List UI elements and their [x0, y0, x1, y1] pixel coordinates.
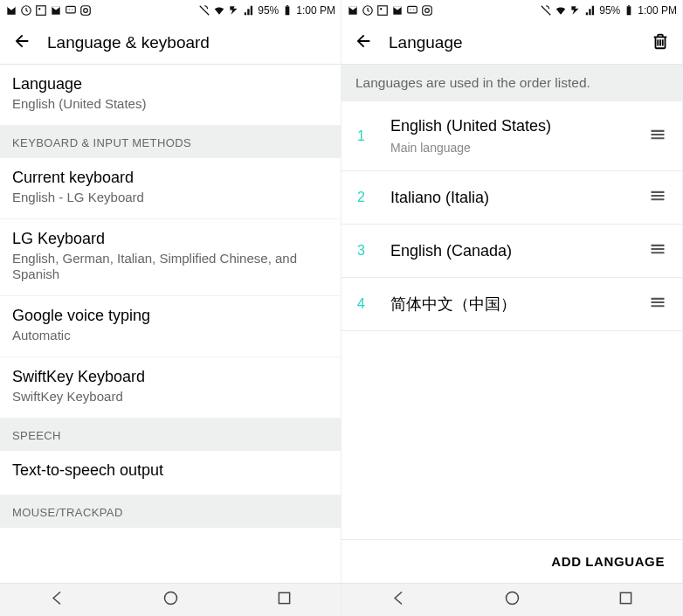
drag-handle-icon[interactable] [649, 126, 666, 147]
nav-back[interactable] [390, 589, 408, 611]
battery-percent: 95% [599, 4, 620, 17]
status-notification-icons [347, 4, 433, 17]
svg-point-19 [425, 9, 430, 13]
status-system-icons: 95% 1:00 PM [198, 4, 335, 17]
svg-point-10 [164, 592, 176, 605]
signal-icon [243, 4, 255, 17]
row-title: Google voice typing [12, 307, 328, 325]
language-name: English (United States) [390, 117, 649, 135]
svg-rect-3 [66, 6, 76, 13]
svg-rect-6 [81, 6, 91, 16]
nav-recent[interactable] [275, 589, 293, 611]
language-name: Italiano (Italia) [390, 189, 649, 207]
back-icon[interactable] [12, 31, 31, 54]
svg-rect-1 [37, 6, 46, 16]
back-icon[interactable] [354, 31, 373, 54]
row-title: Text-to-speech output [12, 461, 328, 480]
add-language-button[interactable]: ADD LANGUAGE [342, 539, 682, 583]
svg-rect-8 [286, 6, 290, 15]
item-number: 4 [357, 296, 390, 312]
row-google-voice-typing[interactable]: Google voice typing Automatic [0, 296, 341, 357]
vibrate-icon [540, 4, 552, 17]
row-title: LG Keyboard [12, 230, 328, 248]
nav-home[interactable] [162, 589, 180, 611]
section-speech: SPEECH [0, 419, 341, 451]
row-sub: English - LG Keyboard [12, 190, 328, 206]
battery-icon [623, 4, 635, 17]
row-tts[interactable]: Text-to-speech output [0, 451, 341, 495]
chat-icon [406, 4, 418, 17]
svg-rect-15 [408, 6, 417, 13]
row-sub: English (United States) [12, 96, 328, 113]
page-title: Language [389, 33, 463, 52]
app-bar: Language [342, 21, 682, 65]
clock-icon [362, 4, 374, 17]
page-title: Language & keyboard [47, 33, 210, 52]
drag-handle-icon[interactable] [649, 187, 666, 208]
row-sub: SwiftKey Keyboard [12, 389, 328, 405]
language-item[interactable]: 2 Italiano (Italia) [342, 171, 682, 225]
status-bar: 95% 1:00 PM [342, 0, 682, 21]
svg-point-22 [506, 592, 518, 605]
wifi-icon [555, 4, 567, 17]
svg-rect-13 [378, 6, 388, 16]
item-number: 3 [357, 243, 390, 259]
nav-bar [0, 583, 341, 616]
section-keyboard: KEYBOARD & INPUT METHODS [0, 126, 341, 158]
nav-back[interactable] [48, 589, 66, 611]
clock-time: 1:00 PM [296, 4, 335, 17]
row-current-keyboard[interactable]: Current keyboard English - LG Keyboard [0, 158, 341, 219]
mail-icon-2 [50, 4, 62, 17]
drag-handle-icon[interactable] [649, 294, 666, 315]
data-icon [228, 4, 240, 17]
chat-icon [65, 4, 77, 17]
svg-rect-11 [279, 592, 289, 603]
svg-rect-18 [423, 6, 432, 16]
nav-recent[interactable] [617, 589, 635, 611]
drag-handle-icon[interactable] [649, 240, 666, 261]
svg-rect-23 [620, 592, 631, 603]
svg-point-7 [84, 9, 88, 13]
language-name: English (Canada) [390, 242, 649, 260]
delete-icon[interactable] [651, 31, 670, 54]
svg-point-17 [413, 9, 414, 10]
nav-home[interactable] [503, 589, 521, 611]
mail-icon [347, 4, 359, 17]
language-item[interactable]: 4 简体中文（中国） [342, 278, 682, 331]
item-number: 2 [357, 190, 390, 205]
battery-percent: 95% [258, 4, 279, 17]
language-name: 简体中文（中国） [390, 294, 649, 315]
clock-time: 1:00 PM [638, 4, 677, 17]
row-sub: Automatic [12, 328, 328, 344]
row-sub: English, German, Italian, Simplified Chi… [12, 251, 328, 284]
row-language[interactable]: Language English (United States) [0, 65, 341, 126]
status-notification-icons [5, 4, 92, 17]
language-item[interactable]: 3 English (Canada) [342, 225, 682, 278]
language-list: 1 English (United States) Main language … [342, 101, 682, 539]
row-title: Current keyboard [12, 169, 328, 187]
screen-language-keyboard: 95% 1:00 PM Language & keyboard Language… [0, 0, 342, 616]
svg-point-16 [410, 9, 411, 10]
photo-icon [35, 4, 47, 17]
clock-icon [20, 4, 32, 17]
svg-rect-20 [627, 6, 631, 15]
row-swiftkey-keyboard[interactable]: SwiftKey Keyboard SwiftKey Keyboard [0, 357, 341, 419]
photo-icon [376, 4, 389, 17]
app-bar: Language & keyboard [0, 21, 341, 65]
svg-rect-21 [628, 5, 630, 6]
row-lg-keyboard[interactable]: LG Keyboard English, German, Italian, Si… [0, 219, 341, 297]
svg-point-2 [38, 8, 40, 10]
battery-icon [281, 4, 293, 17]
mail-icon [5, 4, 17, 17]
svg-rect-9 [286, 5, 288, 6]
mail-icon-2 [391, 4, 404, 17]
svg-point-4 [69, 9, 70, 10]
section-mouse: MOUSE/TRACKPAD [0, 495, 341, 528]
instagram-icon [79, 4, 92, 17]
item-number: 1 [357, 128, 390, 144]
hint-text: Languages are used in the order listed. [342, 65, 682, 101]
status-bar: 95% 1:00 PM [0, 0, 341, 21]
language-item[interactable]: 1 English (United States) Main language [342, 101, 682, 171]
instagram-icon [421, 4, 433, 17]
wifi-icon [213, 4, 225, 17]
